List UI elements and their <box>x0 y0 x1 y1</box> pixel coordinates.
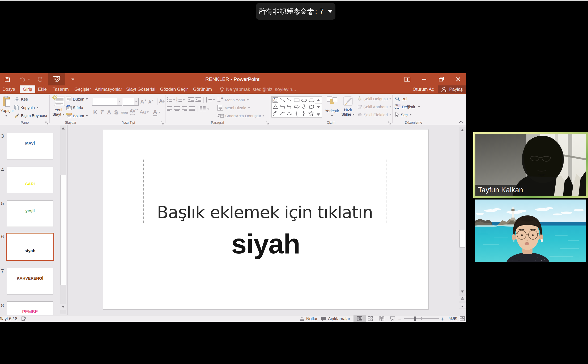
copy-button[interactable]: Kopyala <box>14 104 49 111</box>
columns-dropdown[interactable] <box>207 109 209 110</box>
cut-button[interactable]: Kes <box>14 96 49 102</box>
slide-thumbnail-6-selected[interactable]: siyah <box>7 233 53 260</box>
arc-shape[interactable] <box>280 111 285 117</box>
justify-button[interactable] <box>189 106 195 112</box>
triangle-shape[interactable] <box>273 104 278 110</box>
shrink-font-button[interactable]: A▼ <box>148 99 154 105</box>
share-button[interactable]: Paylaş <box>438 85 466 93</box>
strikethrough-button[interactable]: abe <box>121 110 128 115</box>
next-slide-button[interactable] <box>459 303 466 308</box>
tab-tasarim[interactable]: Tasarım <box>49 85 72 93</box>
shape-effects-button[interactable]: Şekil Efektleri <box>357 112 391 117</box>
line-spacing-button[interactable] <box>206 97 212 104</box>
quick-access-toolbar-dropdown[interactable] <box>70 73 75 85</box>
slide-body-text[interactable]: siyah <box>103 228 428 260</box>
reading-view-button[interactable] <box>379 316 384 322</box>
redo-button[interactable] <box>36 73 44 85</box>
select-button[interactable]: Seç <box>395 112 427 118</box>
save-button[interactable] <box>3 73 12 85</box>
yazi-tipi-dialog-launcher[interactable] <box>160 121 164 125</box>
oval-shape[interactable] <box>301 98 307 103</box>
notes-toggle[interactable]: Notlar <box>300 317 318 321</box>
thumbnail-panel-scrollbar[interactable] <box>60 125 66 314</box>
format-painter-button[interactable]: Biçim Boyacısı <box>14 112 49 119</box>
elbow-connector-shape[interactable] <box>280 104 285 110</box>
notes-edit-icon[interactable] <box>21 316 27 322</box>
fit-to-window-button[interactable] <box>460 316 465 322</box>
scrollbar-thumb[interactable] <box>459 230 465 248</box>
star-shape[interactable] <box>308 111 314 118</box>
elbow-arrow-connector-shape[interactable] <box>287 104 292 110</box>
find-button[interactable]: Bul <box>395 96 427 101</box>
gallery-scroll-up[interactable] <box>315 97 322 103</box>
font-size-combobox[interactable] <box>123 98 139 106</box>
change-case-button[interactable]: Aa <box>140 109 149 115</box>
collapse-ribbon-button[interactable] <box>458 120 464 125</box>
line-spacing-dropdown[interactable] <box>213 99 215 101</box>
clear-formatting-button[interactable]: A <box>159 98 165 104</box>
pano-dialog-launcher[interactable] <box>45 121 49 125</box>
underline-button[interactable]: A <box>107 109 111 115</box>
tab-ekle[interactable]: Ekle <box>35 85 49 93</box>
font-name-combobox[interactable] <box>92 98 122 106</box>
scroll-down-arrow[interactable] <box>60 304 66 310</box>
rounded-rectangle-shape[interactable] <box>309 98 314 103</box>
left-brace-shape[interactable] <box>295 111 298 118</box>
tab-slayt-gosterisi[interactable]: Slayt Gösterisi <box>123 85 158 93</box>
rectangle-shape[interactable] <box>294 98 300 103</box>
scroll-up-arrow[interactable] <box>60 125 66 131</box>
arrange-button[interactable]: Yerleştir <box>324 96 340 120</box>
sign-in-button[interactable]: Oturum Aç <box>411 85 436 93</box>
scribble-shape[interactable] <box>273 111 278 117</box>
increase-indent-button[interactable] <box>195 97 202 103</box>
curve-shape[interactable] <box>287 111 293 117</box>
tell-me-box[interactable]: Ne yapmak istediğinizi söyleyin... <box>220 85 300 93</box>
slide-sorter-view-button[interactable] <box>368 316 373 322</box>
minimize-button[interactable] <box>419 73 429 85</box>
close-button[interactable] <box>453 73 463 85</box>
text-direction-button[interactable]: A Metin Yönü <box>217 97 270 103</box>
right-arrow-shape[interactable] <box>294 104 300 110</box>
zoom-in-button[interactable]: + <box>441 316 444 323</box>
zoom-out-button[interactable]: − <box>398 316 402 323</box>
align-right-button[interactable] <box>182 106 188 112</box>
text-shadow-button[interactable]: S <box>114 109 118 115</box>
title-placeholder[interactable]: Başlık eklemek için tıklatın <box>143 159 386 223</box>
restore-button[interactable] <box>436 73 446 85</box>
align-text-button[interactable]: Metni Hizala <box>217 105 270 111</box>
arrow-shape[interactable] <box>287 98 292 103</box>
numbering-button[interactable]: 123 <box>176 97 182 103</box>
normal-view-button[interactable] <box>353 315 366 322</box>
character-spacing-button[interactable]: AV <box>130 109 138 116</box>
slide-thumbnail-3[interactable]: MAVİ <box>7 133 53 159</box>
align-center-button[interactable] <box>174 106 180 112</box>
freeform-shape[interactable] <box>309 104 314 110</box>
reset-button[interactable]: Sıfırla <box>66 105 91 110</box>
start-from-beginning-button[interactable] <box>48 73 65 85</box>
columns-button[interactable] <box>200 106 206 112</box>
paragraf-dialog-launcher[interactable] <box>266 121 269 125</box>
zoom-level[interactable]: %69 <box>449 317 457 321</box>
bold-button[interactable]: K <box>93 109 97 115</box>
participant-video-tile-active[interactable]: Tayfun Kalkan <box>473 132 588 198</box>
undo-dropdown[interactable] <box>27 73 31 85</box>
textbox-shape[interactable]: A <box>272 97 278 104</box>
new-slide-button[interactable]: Yeni Slayt <box>52 95 65 120</box>
slide-canvas[interactable]: Başlık eklemek için tıklatın siyah <box>103 129 428 310</box>
convert-to-smartart-button[interactable]: SmartArt'a Dönüştür <box>217 113 270 119</box>
tab-gecisler[interactable]: Geçişler <box>72 85 93 93</box>
font-color-button[interactable]: A <box>153 109 160 115</box>
comments-toggle[interactable]: Açıklamalar <box>321 317 350 321</box>
scroll-down-arrow[interactable] <box>459 289 466 294</box>
shape-outline-button[interactable]: Şekil Anahattı <box>357 104 391 109</box>
tab-giris[interactable]: Giriş <box>20 85 35 93</box>
scroll-up-arrow[interactable] <box>459 127 466 133</box>
shape-fill-button[interactable]: Şekil Dolgusu <box>357 96 391 101</box>
undo-button[interactable] <box>19 73 27 85</box>
section-button[interactable]: Bölüm <box>66 112 91 119</box>
slide-thumbnail-7[interactable]: KAHVERENGİ <box>7 268 53 294</box>
align-left-button[interactable] <box>167 106 173 112</box>
down-arrow-shape[interactable] <box>301 104 306 110</box>
gallery-more-button[interactable] <box>315 111 322 118</box>
italic-button[interactable]: T <box>100 109 104 116</box>
